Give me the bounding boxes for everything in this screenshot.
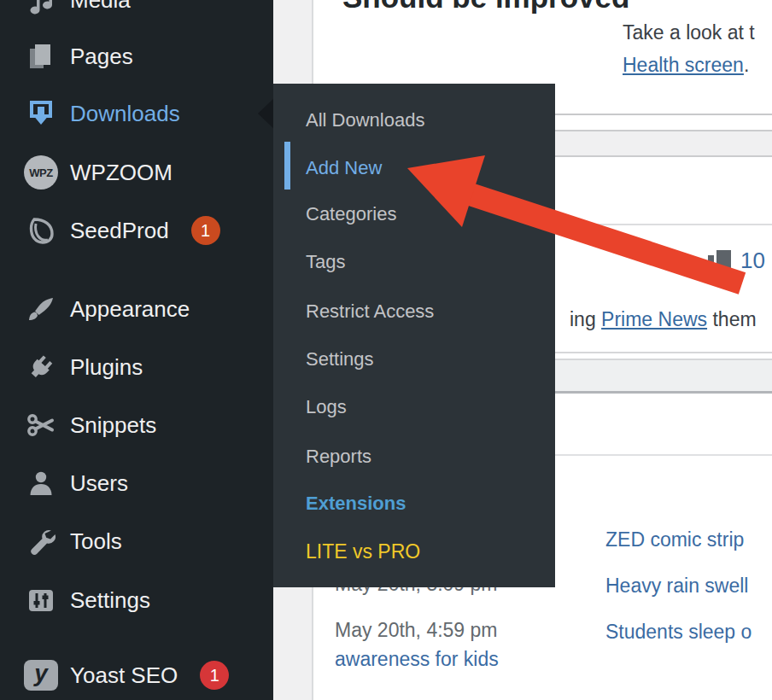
submenu-item-categories[interactable]: Categories [306, 201, 396, 228]
theme-link[interactable]: Prime News [601, 308, 707, 330]
wrench-icon [24, 524, 58, 558]
post-link[interactable]: ZED comic strip [605, 528, 744, 551]
sidebar-item-label: Appearance [70, 296, 190, 323]
sidebar-item-settings[interactable]: Settings [0, 576, 273, 624]
sidebar-item-label: Snippets [70, 412, 156, 439]
sidebar-item-downloads[interactable]: Downloads [0, 90, 273, 137]
sidebar-item-label: Yoast SEO [70, 662, 178, 689]
post-date: May 20th, 4:59 pm [335, 619, 498, 642]
sidebar-item-media[interactable]: Media [0, 0, 273, 24]
posts-count[interactable]: 10 [740, 248, 765, 274]
submenu-item-add-new[interactable]: Add New [306, 155, 382, 182]
sidebar-item-plugins[interactable]: Plugins [0, 343, 273, 391]
pages-icon [24, 39, 58, 73]
post-link[interactable]: Heavy rain swell [605, 575, 748, 598]
sidebar-item-label: Settings [70, 587, 150, 614]
notification-badge: 1 [191, 216, 220, 245]
wordpress-admin-screen: Should be improved Take a look at t Heal… [0, 0, 772, 700]
submenu-item-tags[interactable]: Tags [306, 248, 345, 276]
flyout-pointer-notch [258, 97, 275, 130]
sidebar-item-yoast-seo[interactable]: y Yoast SEO 1 [0, 651, 273, 699]
submenu-item-all-downloads[interactable]: All Downloads [306, 107, 424, 134]
sidebar-item-label: Plugins [70, 354, 143, 381]
site-health-screen-link[interactable]: Health screen [623, 54, 744, 76]
post-link-wrapped-line[interactable]: awareness for kids [335, 648, 499, 671]
download-icon [24, 96, 58, 131]
running-theme-text: ing Prime News them [570, 308, 757, 331]
post-link[interactable]: Students sleep o [605, 621, 752, 644]
sidebar-item-tools[interactable]: Tools [0, 517, 273, 565]
paintbrush-icon [24, 292, 58, 326]
sidebar-item-label: WPZOOM [70, 160, 173, 186]
sliders-icon [24, 583, 58, 617]
user-icon [24, 466, 58, 500]
sidebar-item-label: Tools [70, 528, 122, 555]
submenu-item-extensions[interactable]: Extensions [306, 490, 406, 517]
sidebar-item-snippets[interactable]: Snippets [0, 401, 273, 449]
wpzoom-icon: WPZ [24, 155, 58, 190]
submenu-item-lite-vs-pro[interactable]: LITE vs PRO [306, 538, 420, 565]
sidebar-item-label: Downloads [70, 101, 180, 127]
sidebar-item-label: Pages [70, 44, 133, 70]
plug-icon [24, 350, 58, 384]
submenu-item-settings[interactable]: Settings [306, 346, 374, 373]
admin-sidebar: Media Pages Downloads WPZ WPZOOM [0, 0, 273, 700]
site-health-description-line2: Health screen. [623, 54, 749, 77]
submenu-item-restrict-access[interactable]: Restrict Access [306, 298, 434, 325]
sidebar-item-label: SeedProd [70, 218, 169, 244]
submenu-item-logs[interactable]: Logs [306, 394, 347, 421]
sidebar-item-seedprod[interactable]: SeedProd 1 [0, 207, 273, 254]
posts-chart-icon [708, 250, 734, 272]
downloads-flyout-menu: All Downloads Add New Categories Tags Re… [273, 84, 555, 587]
sidebar-item-users[interactable]: Users [0, 459, 273, 507]
current-item-indicator-bar [284, 142, 290, 190]
sidebar-item-label: Users [70, 470, 128, 497]
site-health-status-heading: Should be improved [342, 0, 629, 15]
sidebar-item-wpzoom[interactable]: WPZ WPZOOM [0, 149, 273, 196]
sidebar-item-appearance[interactable]: Appearance [0, 285, 273, 333]
site-health-description-line1: Take a look at t [623, 21, 755, 44]
notification-badge: 1 [200, 661, 229, 690]
yoast-icon: y [24, 658, 58, 692]
scissors-icon [24, 408, 58, 442]
sidebar-item-label: Media [70, 0, 131, 14]
leaf-icon [24, 213, 58, 248]
media-icon [24, 0, 58, 17]
submenu-item-reports[interactable]: Reports [306, 443, 371, 470]
sidebar-item-pages[interactable]: Pages [0, 32, 273, 80]
